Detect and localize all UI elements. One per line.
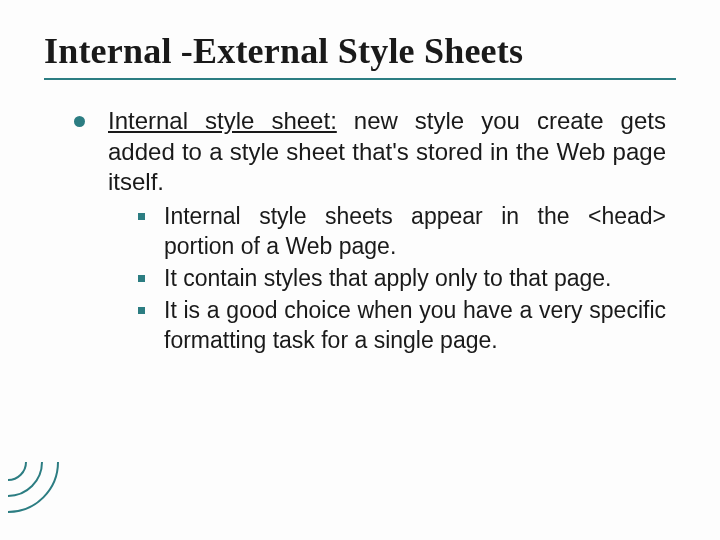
- list-item: It contain styles that apply only to tha…: [138, 264, 666, 294]
- body: Internal style sheet: new style you crea…: [44, 106, 676, 356]
- list-item: It is a good choice when you have a very…: [138, 296, 666, 356]
- title-underline: [44, 78, 676, 80]
- list-item-text: Internal style sheets appear in the <hea…: [164, 203, 666, 259]
- bullet-square-icon: [138, 275, 145, 282]
- page-title: Internal -External Style Sheets: [44, 30, 676, 72]
- sublist: Internal style sheets appear in the <hea…: [108, 202, 666, 355]
- bullet-circle-icon: [74, 116, 85, 127]
- bullet-square-icon: [138, 213, 145, 220]
- slide: Internal -External Style Sheets Internal…: [0, 0, 720, 540]
- list-item: Internal style sheets appear in the <hea…: [138, 202, 666, 262]
- list-item: Internal style sheet: new style you crea…: [74, 106, 666, 356]
- corner-arcs-icon: [8, 462, 78, 532]
- bullet-square-icon: [138, 307, 145, 314]
- list-item-text: It is a good choice when you have a very…: [164, 297, 666, 353]
- list-item-text: It contain styles that apply only to tha…: [164, 265, 612, 291]
- list-item-heading: Internal style sheet:: [108, 107, 337, 134]
